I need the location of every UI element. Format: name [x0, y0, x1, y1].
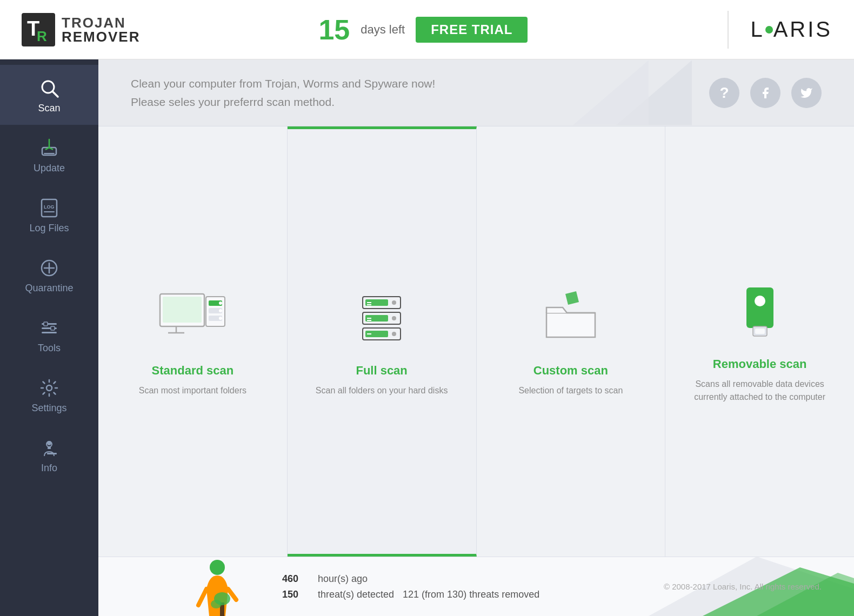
info-icon — [39, 438, 59, 458]
removable-scan-icon — [725, 279, 795, 344]
sidebar-item-info[interactable]: Info — [0, 425, 98, 485]
removable-scan-title: Removable scan — [713, 357, 807, 371]
svg-text:LOG: LOG — [44, 204, 55, 210]
loaris-logo: LARIS — [750, 17, 832, 42]
scan-card-standard[interactable]: Standard scan Scan most important folder… — [98, 126, 288, 557]
sidebar-label-quarantine: Quarantine — [25, 283, 73, 294]
svg-point-49 — [392, 332, 396, 336]
standard-scan-desc: Scan most important folders — [139, 384, 246, 397]
logo-trojan: TROJAN — [62, 16, 140, 30]
sidebar: Scan Update LOG — [0, 59, 98, 616]
header: T R TROJAN REMOVER 15 days left FREE TRI… — [0, 0, 854, 59]
svg-rect-17 — [51, 326, 55, 330]
loaris-text: LARIS — [750, 17, 832, 42]
full-scan-icon — [346, 286, 417, 351]
stat2-label: threat(s) detected — [318, 589, 394, 600]
stat-row-1: 460 hour(s) ago — [282, 573, 539, 585]
svg-rect-54 — [755, 329, 765, 334]
twitter-button[interactable] — [791, 78, 822, 108]
svg-rect-16 — [44, 322, 48, 326]
quarantine-icon — [39, 258, 59, 278]
help-button[interactable]: ? — [709, 78, 739, 108]
main-layout: Scan Update LOG — [0, 59, 854, 616]
stat2-number: 150 — [282, 589, 309, 600]
svg-point-35 — [219, 317, 222, 320]
full-scan-title: Full scan — [356, 364, 407, 378]
copyright: © 2008-2017 Loaris, Inc. All rights rese… — [664, 582, 822, 591]
svg-point-52 — [755, 296, 765, 306]
standard-scan-title: Standard scan — [152, 364, 234, 378]
banner-line1: Clean your computer from Trojan, Worms a… — [131, 75, 435, 93]
scan-card-full[interactable]: Full scan Scan all folders on your hard … — [288, 126, 477, 557]
full-scan-desc: Scan all folders on your hard disks — [316, 384, 448, 397]
svg-rect-51 — [746, 287, 773, 328]
bottom-bar: 460 hour(s) ago 150 threat(s) detected 1… — [98, 557, 854, 616]
banner-icons: ? — [709, 78, 822, 108]
settings-icon — [39, 378, 59, 398]
update-icon — [39, 138, 59, 158]
removable-scan-desc: Scans all removable data devices current… — [682, 378, 838, 404]
sidebar-item-tools[interactable]: Tools — [0, 305, 98, 365]
log-files-icon: LOG — [39, 198, 59, 218]
tools-icon — [39, 318, 59, 338]
sidebar-label-tools: Tools — [38, 343, 61, 354]
scan-options: Standard scan Scan most important folder… — [98, 126, 854, 557]
logo-remover: REMOVER — [62, 30, 140, 44]
bottom-stats: 460 hour(s) ago 150 threat(s) detected 1… — [282, 573, 539, 600]
days-left-label: days left — [361, 23, 405, 37]
svg-line-4 — [52, 91, 58, 97]
svg-rect-21 — [47, 453, 57, 454]
sidebar-label-update: Update — [34, 163, 65, 174]
header-divider — [728, 11, 729, 49]
sidebar-item-log-files[interactable]: LOG Log Files — [0, 185, 98, 245]
standard-scan-icon — [157, 286, 228, 351]
svg-point-38 — [392, 300, 396, 305]
facebook-button[interactable] — [750, 78, 780, 108]
svg-marker-24 — [573, 61, 649, 125]
scan-icon — [39, 78, 59, 98]
sidebar-label-log-files: Log Files — [29, 223, 69, 234]
logo-area: T R TROJAN REMOVER — [22, 13, 140, 46]
banner-text: Clean your computer from Trojan, Worms a… — [131, 75, 435, 111]
svg-point-33 — [219, 302, 222, 305]
svg-point-34 — [219, 309, 222, 312]
custom-scan-desc: Selection of targets to scan — [518, 384, 623, 397]
custom-scan-title: Custom scan — [533, 364, 608, 378]
sidebar-item-scan[interactable]: Scan — [0, 65, 98, 125]
logo-text: TROJAN REMOVER — [62, 16, 140, 44]
sidebar-item-settings[interactable]: Settings — [0, 365, 98, 425]
sidebar-label-scan: Scan — [38, 103, 60, 114]
free-trial-badge[interactable]: FREE TRIAL — [416, 17, 528, 43]
sidebar-label-settings: Settings — [31, 403, 66, 414]
banner-line2: Please seles your preferrd scan method. — [131, 93, 435, 111]
stat1-label: hour(s) ago — [318, 573, 368, 585]
banner-decoration — [541, 59, 692, 126]
custom-scan-icon — [536, 286, 606, 351]
bottom-figure — [190, 557, 244, 616]
content-area: Clean your computer from Trojan, Worms a… — [98, 59, 854, 616]
stat-row-2: 150 threat(s) detected 121 (from 130) th… — [282, 589, 539, 600]
scan-card-custom[interactable]: Custom scan Selection of targets to scan — [477, 126, 666, 557]
sidebar-item-quarantine[interactable]: Quarantine — [0, 245, 98, 305]
svg-point-55 — [210, 560, 225, 575]
top-banner: Clean your computer from Trojan, Worms a… — [98, 59, 854, 126]
sidebar-label-info: Info — [41, 463, 57, 474]
svg-point-18 — [46, 385, 52, 391]
scan-card-removable[interactable]: Removable scan Scans all removable data … — [665, 126, 854, 557]
stat1-number: 460 — [282, 573, 309, 585]
stat3-label: 121 (from 130) threats removed — [403, 589, 539, 600]
svg-point-58 — [211, 600, 222, 608]
days-count: 15 — [318, 14, 350, 46]
svg-rect-15 — [42, 332, 57, 333]
svg-point-44 — [392, 316, 396, 320]
svg-text:R: R — [37, 28, 47, 44]
trojan-remover-logo-icon: T R — [22, 13, 55, 46]
sidebar-item-update[interactable]: Update — [0, 125, 98, 185]
svg-rect-26 — [163, 297, 202, 323]
header-center: 15 days left FREE TRIAL — [140, 14, 706, 46]
